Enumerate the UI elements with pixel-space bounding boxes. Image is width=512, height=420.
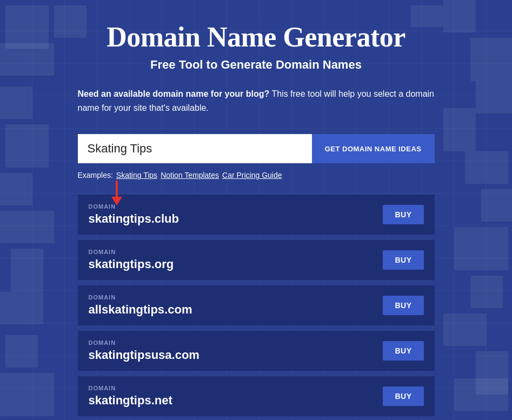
buy-button-3[interactable]: BUY [383, 341, 423, 361]
domain-name-0: skatingtips.club [89, 212, 179, 226]
example-link-notion-templates[interactable]: Notion Templates [161, 171, 219, 179]
domain-info-0: DOMAIN skatingtips.club [89, 203, 179, 226]
domain-name-3: skatingtipsusa.com [89, 348, 200, 362]
arrow-head [111, 197, 122, 205]
domain-info-4: DOMAIN skatingtips.net [89, 385, 172, 408]
domain-label-4: DOMAIN [89, 385, 172, 391]
examples-row: Examples: Skating Tips Notion Templates … [78, 171, 435, 179]
example-link-car-pricing[interactable]: Car Pricing Guide [222, 171, 282, 179]
buy-button-4[interactable]: BUY [383, 386, 423, 406]
search-input[interactable] [78, 134, 312, 163]
domain-info-1: DOMAIN skatingtips.org [89, 249, 174, 271]
domain-card-4: DOMAIN skatingtips.net BUY [78, 376, 435, 416]
domain-card-3: DOMAIN skatingtipsusa.com BUY [78, 331, 435, 371]
page-title: Domain Name Generator [78, 22, 435, 52]
page-subtitle: Free Tool to Generate Domain Names [78, 58, 435, 72]
domain-name-1: skatingtips.org [89, 257, 174, 271]
examples-label: Examples: [78, 171, 113, 179]
domain-card-1: DOMAIN skatingtips.org BUY [78, 240, 435, 280]
search-row: GET DOMAIN NAME IDEAS [78, 134, 435, 163]
domain-label-3: DOMAIN [89, 339, 200, 346]
buy-button-0[interactable]: BUY [383, 205, 423, 224]
domain-name-4: skatingtips.net [89, 394, 172, 408]
arrow-annotation [111, 181, 122, 205]
arrow-shaft [116, 181, 118, 197]
buy-button-1[interactable]: BUY [383, 250, 423, 270]
example-link-skating-tips[interactable]: Skating Tips [116, 171, 157, 179]
domain-info-2: DOMAIN allskatingtips.com [89, 294, 192, 317]
domain-card-0: DOMAIN skatingtips.club BUY [78, 195, 435, 235]
domain-card-2: DOMAIN allskatingtips.com BUY [78, 285, 435, 325]
domain-info-3: DOMAIN skatingtipsusa.com [89, 339, 200, 362]
buy-button-2[interactable]: BUY [383, 296, 423, 315]
get-ideas-button[interactable]: GET DOMAIN NAME IDEAS [312, 134, 435, 163]
domain-label-0: DOMAIN [89, 203, 179, 210]
description-bold: Need an available domain name for your b… [78, 89, 270, 98]
domain-label-2: DOMAIN [89, 294, 192, 301]
domain-label-1: DOMAIN [89, 249, 174, 255]
page-description: Need an available domain name for your b… [78, 87, 435, 115]
domain-name-2: allskatingtips.com [89, 303, 192, 317]
